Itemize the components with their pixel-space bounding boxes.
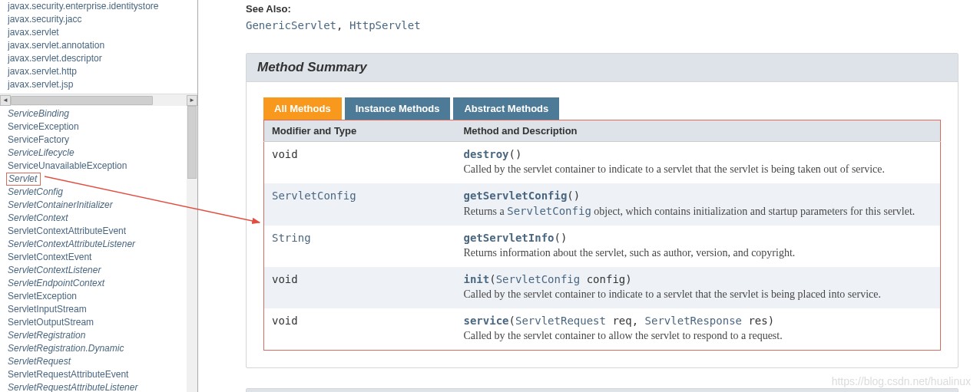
class-link[interactable]: ServiceFactory (8, 133, 197, 147)
method-name-link[interactable]: service (464, 315, 509, 327)
scroll-right-button[interactable]: ► (187, 95, 197, 106)
method-signature: service(ServletRequest req, ServletRespo… (464, 315, 933, 327)
param-type-link[interactable]: ServletResponse (645, 315, 742, 327)
method-type: ServletConfig (264, 183, 456, 226)
vertical-scrollbar[interactable] (187, 106, 197, 392)
class-link[interactable]: ServletContext (8, 212, 197, 225)
scroll-thumb[interactable] (11, 96, 153, 105)
class-link[interactable]: ServletRequestAttributeListener (8, 381, 197, 392)
method-description: Returns a ServletConfig object, which co… (464, 205, 933, 218)
see-also-links: GenericServlet, HttpServlet (246, 19, 958, 31)
class-link[interactable]: ServletException (8, 290, 197, 303)
scroll-track[interactable] (11, 96, 187, 105)
method-row: voidservice(ServletRequest req, ServletR… (264, 308, 941, 351)
method-name-link[interactable]: getServletConfig (464, 189, 568, 202)
class-list-pane: ServiceBindingServiceExceptionServiceFac… (0, 106, 197, 392)
class-link[interactable]: ServletContainerInitializer (8, 199, 197, 212)
see-also-label: See Also: (246, 3, 958, 15)
type-link[interactable]: ServletConfig (272, 189, 356, 202)
class-link[interactable]: ServiceException (8, 120, 197, 133)
method-signature: getServletConfig() (464, 189, 933, 202)
package-list-pane: javax.security.enterprise.identitystorej… (0, 0, 197, 94)
package-link[interactable]: javax.servlet.jsp (8, 78, 197, 91)
method-detail-section: Method Detail (246, 388, 958, 392)
class-link[interactable]: ServletRegistration (8, 329, 197, 342)
class-link[interactable]: ServletConfig (8, 186, 197, 199)
class-link[interactable]: ServletRequestAttributeEvent (8, 368, 197, 381)
class-link[interactable]: ServletContextEvent (8, 251, 197, 264)
package-link[interactable]: javax.security.jacc (8, 13, 197, 26)
tab-instance-methods[interactable]: Instance Methods (345, 97, 451, 120)
class-link[interactable]: ServletRequest (8, 355, 197, 368)
sidebar: javax.security.enterprise.identitystorej… (0, 0, 198, 392)
method-name-link[interactable]: getServletInfo (464, 232, 555, 244)
main-content: See Also: GenericServlet, HttpServlet Me… (198, 0, 980, 392)
method-name-link[interactable]: init (464, 273, 490, 285)
method-signature: destroy() (464, 148, 933, 160)
method-name-link[interactable]: destroy (464, 148, 509, 160)
scroll-left-button[interactable]: ◄ (0, 95, 11, 106)
class-link[interactable]: ServletEndpointContext (8, 277, 197, 290)
method-tabs: All MethodsInstance MethodsAbstract Meth… (263, 97, 941, 120)
method-description: Called by the servlet container to indic… (464, 288, 933, 301)
type-link[interactable]: String (272, 232, 311, 244)
method-desc-cell: getServletConfig()Returns a ServletConfi… (456, 183, 941, 226)
see-also-link-http[interactable]: HttpServlet (349, 19, 421, 31)
method-type: String (264, 226, 456, 267)
method-row: voiddestroy()Called by the servlet conta… (264, 142, 941, 184)
horizontal-scrollbar[interactable]: ◄ ► (0, 94, 197, 106)
method-type: void (264, 308, 456, 351)
class-link-servlet[interactable]: Servlet (8, 173, 197, 186)
class-link[interactable]: ServletContextAttributeListener (8, 238, 197, 251)
method-desc-cell: getServletInfo()Returns information abou… (456, 226, 941, 267)
method-description: Returns information about the servlet, s… (464, 247, 933, 259)
tab-abstract-methods[interactable]: Abstract Methods (453, 97, 559, 120)
class-link[interactable]: ServiceLifecycle (8, 147, 197, 160)
method-detail-header: Method Detail (247, 389, 958, 392)
method-signature: init(ServletConfig config) (464, 273, 933, 285)
class-link[interactable]: ServiceUnavailableException (8, 160, 197, 173)
class-link[interactable]: ServletRegistration.Dynamic (8, 342, 197, 355)
vscroll-thumb[interactable] (187, 106, 197, 179)
col-header-modifier: Modifier and Type (264, 120, 456, 142)
method-type: void (264, 267, 456, 308)
package-link[interactable]: javax.servlet.annotation (8, 39, 197, 52)
method-desc-cell: destroy()Called by the servlet container… (456, 142, 941, 184)
watermark: https://blog.csdn.net/hualinux (832, 375, 971, 387)
method-description: Called by the servlet container to indic… (464, 163, 933, 176)
class-link[interactable]: ServletOutputStream (8, 316, 197, 329)
param-type-link[interactable]: ServletRequest (515, 315, 606, 327)
method-type: void (264, 142, 456, 184)
method-summary-table: Modifier and Type Method and Description… (263, 120, 941, 351)
class-link[interactable]: ServiceBinding (8, 107, 197, 120)
method-desc-cell: init(ServletConfig config)Called by the … (456, 267, 941, 308)
col-header-description: Method and Description (456, 120, 941, 142)
see-also-link-generic[interactable]: GenericServlet (246, 19, 336, 31)
class-link[interactable]: ServletContextAttributeEvent (8, 225, 197, 238)
method-summary-section: Method Summary All MethodsInstance Metho… (246, 53, 958, 368)
method-description: Called by the servlet container to allow… (464, 330, 933, 342)
method-signature: getServletInfo() (464, 232, 933, 244)
package-link[interactable]: javax.servlet.descriptor (8, 52, 197, 65)
param-type-link[interactable]: ServletConfig (496, 273, 581, 285)
tab-all-methods[interactable]: All Methods (263, 97, 342, 120)
package-link[interactable]: javax.servlet.http (8, 65, 197, 78)
class-link[interactable]: ServletInputStream (8, 303, 197, 316)
method-desc-cell: service(ServletRequest req, ServletRespo… (456, 308, 941, 351)
method-row: voidinit(ServletConfig config)Called by … (264, 267, 941, 308)
method-row: ServletConfiggetServletConfig()Returns a… (264, 183, 941, 226)
method-summary-header: Method Summary (247, 54, 958, 82)
package-link[interactable]: javax.security.enterprise.identitystore (8, 0, 197, 13)
package-link[interactable]: javax.servlet (8, 26, 197, 39)
method-row: StringgetServletInfo()Returns informatio… (264, 226, 941, 267)
class-link[interactable]: ServletContextListener (8, 264, 197, 277)
